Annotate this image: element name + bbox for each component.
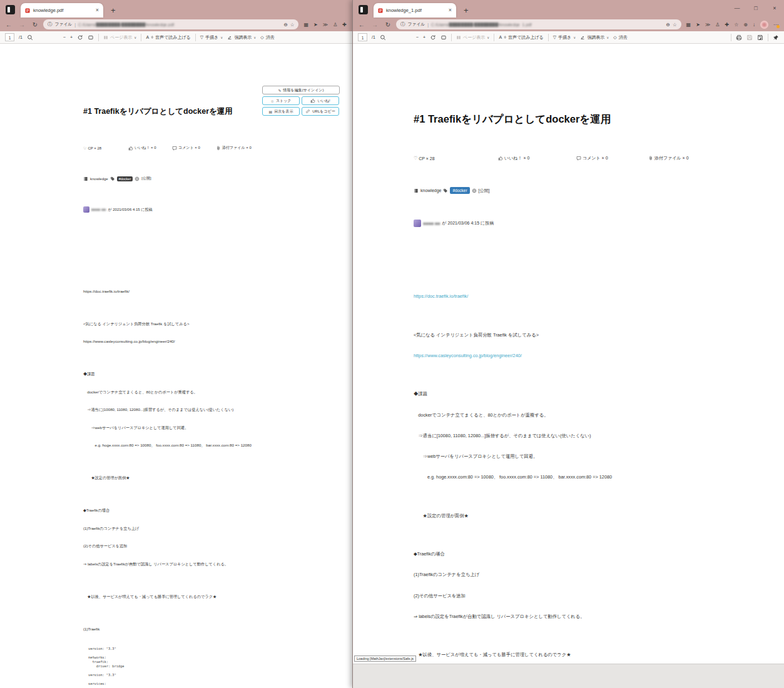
maximize-button[interactable]: □ (746, 0, 765, 16)
posted-date: が 2021/03/06 4:15 に投稿 (442, 220, 494, 226)
zoom-reset-icon[interactable] (77, 34, 83, 41)
zoom-level-icon[interactable]: ⊖ (283, 22, 287, 28)
favorite-star-icon[interactable]: ☆ (290, 22, 295, 28)
tag-icon (443, 188, 448, 193)
highlighter-icon (227, 35, 232, 40)
article-title: #1 Traefikをリバプロとしてdockerを運用 (414, 113, 726, 126)
body-link[interactable]: https://www.casleyconsulting.co.jp/blog/… (83, 339, 340, 344)
extension-icon-pawn[interactable]: ♙ (715, 22, 720, 28)
article-stats: ♡CP × 28 いいね！ × 0 コメント × 0 添付ファイル × 0 (83, 145, 340, 151)
window-app-icon (359, 5, 368, 14)
notebook-name: knowledge (420, 188, 441, 193)
search-icon[interactable] (27, 34, 33, 41)
profile-avatar[interactable] (760, 21, 768, 29)
new-tab-button[interactable]: + (111, 6, 116, 14)
extension-icon-cursor[interactable]: ➤ (313, 22, 318, 28)
page-view-icon (456, 35, 461, 40)
author-avatar (414, 220, 421, 227)
highlight-button[interactable]: 強調表示 ∨ (227, 34, 256, 41)
tab-close-icon[interactable]: × (449, 8, 452, 13)
tab-knowledge-1-pdf[interactable]: knowledge_1.pdf × (374, 3, 456, 18)
body-link[interactable]: https://www.casleyconsulting.co.jp/blog/… (414, 353, 726, 359)
zoom-level-icon[interactable]: ⊖ (666, 22, 670, 28)
draw-button[interactable]: ▽ 手描き ∨ (553, 34, 576, 41)
extension-icon-grid[interactable]: ▦ (303, 22, 308, 28)
forward-button[interactable]: → (17, 21, 27, 28)
page-number-input[interactable]: 1 (358, 33, 367, 41)
zoom-reset-icon[interactable] (430, 34, 436, 41)
fit-to-page-icon[interactable] (440, 34, 447, 41)
thumb-up-icon (498, 156, 503, 161)
extension-icon-cursor[interactable]: ➤ (696, 22, 700, 28)
close-button[interactable]: × (765, 0, 784, 16)
extension-icon-grid[interactable]: ▦ (686, 22, 691, 28)
info-icon[interactable]: ⓘ (400, 21, 405, 28)
favorite-star-icon[interactable]: ☆ (673, 22, 677, 28)
stock-button: ☆ストック (262, 96, 300, 105)
save-icon[interactable] (746, 34, 753, 41)
downloads-icon[interactable]: ↓ (753, 22, 755, 28)
forward-button[interactable]: → (370, 21, 380, 28)
zoom-in-button[interactable]: + (423, 35, 425, 39)
minimize-button[interactable]: — (728, 0, 746, 16)
tab-close-icon[interactable]: × (96, 8, 99, 13)
notebook-icon (83, 176, 88, 181)
search-icon[interactable] (380, 34, 386, 41)
tag-icon (110, 176, 115, 181)
new-tab-button[interactable]: + (464, 6, 469, 14)
translate-icon[interactable]: ⊕ (743, 22, 748, 28)
print-icon[interactable] (736, 34, 742, 41)
back-button[interactable]: ← (357, 21, 367, 28)
erase-button[interactable]: ◇ 消去 (260, 34, 274, 41)
save-as-icon[interactable] (757, 34, 763, 41)
heart-icon: ♡ (83, 146, 86, 150)
zoom-in-button[interactable]: + (70, 35, 73, 39)
zoom-out-button[interactable]: − (63, 35, 66, 39)
address-field[interactable]: ⓘ ファイル | C:/Users/████████/████████/know… (396, 19, 681, 29)
page-number-input[interactable]: 1 (5, 33, 14, 41)
refresh-button[interactable]: ↻ (383, 21, 393, 28)
article-author-row: ■■■■ ■■ が 2021/03/06 4:15 に投稿 (414, 220, 726, 227)
highlight-button[interactable]: 強調表示 ∨ (580, 34, 609, 41)
extension-icon-plus[interactable]: ✚ (342, 22, 347, 28)
back-button[interactable]: ← (4, 21, 14, 28)
body-link[interactable]: https://doc.traefik.io/traefik/ (414, 293, 726, 300)
toc-icon: ▤ (269, 109, 273, 114)
posted-date: が 2021/03/06 4:15 に投稿 (108, 207, 152, 213)
pdf-viewer-left: #1 Traefikをリバプロとしてdockerを運用 ♡CP × 28 いいね… (0, 44, 352, 688)
read-aloud-button[interactable]: A 音声で読み上げる (499, 34, 543, 41)
draw-button[interactable]: ▽ 手描き ∨ (200, 34, 223, 41)
address-bar: ← → ↻ ⓘ ファイル | C:/Users/████████/███████… (0, 18, 352, 31)
edit-info-button: ✎情報を編集(サインイン) (262, 86, 340, 94)
author-name-blurred: ■■■■ ■■ (423, 221, 440, 226)
stock-star-icon: ☆ (271, 99, 274, 103)
article-tags-row: knowledge #docker [公開] (83, 176, 340, 181)
link-icon (305, 109, 310, 114)
body-link[interactable]: https://doc.traefik.io/traefik/ (83, 289, 340, 294)
extension-icon-plus[interactable]: ✚ (725, 22, 729, 28)
info-icon[interactable]: ⓘ (48, 21, 53, 28)
extension-icon-chevrons[interactable]: ≫ (323, 22, 328, 28)
tag-badge[interactable]: #docker (450, 187, 469, 194)
page-total-label: /1 (372, 35, 375, 39)
pin-toolbar-icon[interactable] (773, 34, 779, 41)
tab-strip: knowledge_1.pdf × + — □ × (353, 0, 784, 18)
address-field[interactable]: ⓘ ファイル | C:/Users/████████/████████/know… (43, 19, 298, 29)
stat-cp: ♡CP × 28 (414, 155, 498, 161)
window-controls: — □ × (728, 0, 784, 16)
refresh-button[interactable]: ↻ (30, 21, 40, 28)
author-avatar (83, 206, 89, 213)
zoom-out-button[interactable]: − (416, 35, 419, 39)
tab-knowledge-pdf[interactable]: knowledge.pdf × (21, 3, 103, 18)
collections-icon[interactable]: ☆ (734, 22, 738, 28)
fit-to-page-icon[interactable] (88, 34, 94, 41)
stat-cp: ♡CP × 28 (83, 145, 128, 151)
code-block-traefik: version: "3.3" networks: traefik: driver… (88, 647, 340, 688)
extension-icon-chevrons[interactable]: ≫ (705, 22, 710, 28)
mathjax-loading-tooltip: Loading [MathJax]/extensions/Safe.js (354, 655, 416, 662)
more-menu-icon[interactable]: ⋯ (773, 22, 778, 28)
pdf-toolbar: 1 /1 − + ページ表示 ∨ A 音声で読み上げる ▽ 手描 (0, 31, 352, 44)
erase-button[interactable]: ◇ 消去 (613, 34, 627, 41)
extension-icon-pawn[interactable]: ♙ (333, 22, 337, 28)
read-aloud-button[interactable]: A 音声で読み上げる (146, 34, 190, 41)
